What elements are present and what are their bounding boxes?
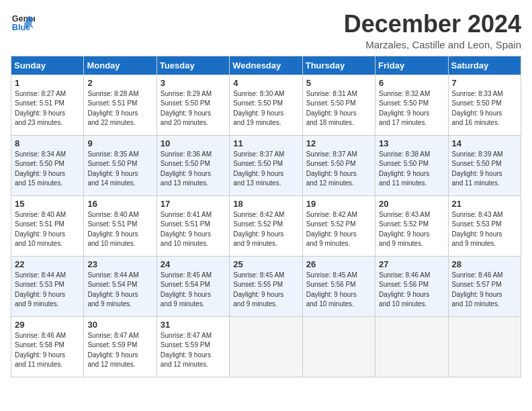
day-cell: 2Sunrise: 8:28 AM Sunset: 5:51 PM Daylig… xyxy=(84,75,157,135)
day-number: 31 xyxy=(161,320,226,330)
day-number: 21 xyxy=(452,199,517,209)
day-cell: 23Sunrise: 8:44 AM Sunset: 5:54 PM Dayli… xyxy=(84,256,157,316)
day-info: Sunrise: 8:34 AM Sunset: 5:50 PM Dayligh… xyxy=(15,150,80,189)
header-row: SundayMondayTuesdayWednesdayThursdayFrid… xyxy=(11,56,521,75)
day-info: Sunrise: 8:41 AM Sunset: 5:51 PM Dayligh… xyxy=(161,210,226,249)
day-number: 12 xyxy=(306,138,371,148)
day-number: 6 xyxy=(379,78,444,88)
day-number: 29 xyxy=(15,320,80,330)
day-number: 18 xyxy=(233,199,298,209)
day-cell: 21Sunrise: 8:43 AM Sunset: 5:53 PM Dayli… xyxy=(448,195,521,256)
day-info: Sunrise: 8:45 AM Sunset: 5:55 PM Dayligh… xyxy=(233,271,298,310)
day-cell: 9Sunrise: 8:35 AM Sunset: 5:50 PM Daylig… xyxy=(84,135,157,195)
day-info: Sunrise: 8:46 AM Sunset: 5:58 PM Dayligh… xyxy=(15,331,80,370)
day-info: Sunrise: 8:46 AM Sunset: 5:56 PM Dayligh… xyxy=(379,271,444,310)
header-cell-sunday: Sunday xyxy=(11,56,84,75)
day-cell: 8Sunrise: 8:34 AM Sunset: 5:50 PM Daylig… xyxy=(11,135,84,195)
logo-icon: General Blue xyxy=(11,11,35,35)
day-cell: 11Sunrise: 8:37 AM Sunset: 5:50 PM Dayli… xyxy=(230,135,302,195)
day-info: Sunrise: 8:44 AM Sunset: 5:53 PM Dayligh… xyxy=(15,271,80,310)
day-info: Sunrise: 8:40 AM Sunset: 5:51 PM Dayligh… xyxy=(15,210,80,249)
day-cell: 10Sunrise: 8:36 AM Sunset: 5:50 PM Dayli… xyxy=(157,135,229,195)
calendar-table: SundayMondayTuesdayWednesdayThursdayFrid… xyxy=(11,56,521,377)
day-number: 15 xyxy=(15,199,80,209)
day-number: 2 xyxy=(87,78,152,88)
day-info: Sunrise: 8:38 AM Sunset: 5:50 PM Dayligh… xyxy=(379,150,444,189)
day-cell xyxy=(230,316,302,377)
day-number: 1 xyxy=(15,78,80,88)
day-cell: 22Sunrise: 8:44 AM Sunset: 5:53 PM Dayli… xyxy=(11,256,84,316)
day-info: Sunrise: 8:36 AM Sunset: 5:50 PM Dayligh… xyxy=(161,150,226,189)
week-row-4: 22Sunrise: 8:44 AM Sunset: 5:53 PM Dayli… xyxy=(11,256,521,316)
day-cell: 27Sunrise: 8:46 AM Sunset: 5:56 PM Dayli… xyxy=(375,256,448,316)
day-info: Sunrise: 8:44 AM Sunset: 5:54 PM Dayligh… xyxy=(87,271,152,310)
day-cell: 24Sunrise: 8:45 AM Sunset: 5:54 PM Dayli… xyxy=(157,256,229,316)
day-cell: 3Sunrise: 8:29 AM Sunset: 5:50 PM Daylig… xyxy=(157,75,229,135)
day-info: Sunrise: 8:40 AM Sunset: 5:51 PM Dayligh… xyxy=(87,210,152,249)
day-info: Sunrise: 8:27 AM Sunset: 5:51 PM Dayligh… xyxy=(15,89,80,128)
day-number: 22 xyxy=(15,259,80,269)
day-number: 26 xyxy=(306,259,371,269)
day-cell: 7Sunrise: 8:33 AM Sunset: 5:50 PM Daylig… xyxy=(448,75,521,135)
day-info: Sunrise: 8:45 AM Sunset: 5:56 PM Dayligh… xyxy=(306,271,371,310)
day-cell xyxy=(375,316,448,377)
week-row-5: 29Sunrise: 8:46 AM Sunset: 5:58 PM Dayli… xyxy=(11,316,521,377)
calendar-subtitle: Marzales, Castille and Leon, Spain xyxy=(344,39,521,50)
calendar-title: December 2024 xyxy=(344,11,521,38)
day-info: Sunrise: 8:47 AM Sunset: 5:59 PM Dayligh… xyxy=(161,331,226,370)
day-number: 17 xyxy=(161,199,226,209)
day-number: 14 xyxy=(452,138,517,148)
day-info: Sunrise: 8:32 AM Sunset: 5:50 PM Dayligh… xyxy=(379,89,444,128)
day-number: 19 xyxy=(306,199,371,209)
day-cell: 28Sunrise: 8:46 AM Sunset: 5:57 PM Dayli… xyxy=(448,256,521,316)
day-cell: 31Sunrise: 8:47 AM Sunset: 5:59 PM Dayli… xyxy=(157,316,229,377)
day-cell: 5Sunrise: 8:31 AM Sunset: 5:50 PM Daylig… xyxy=(302,75,375,135)
day-number: 4 xyxy=(233,78,298,88)
logo: General Blue xyxy=(11,11,35,35)
day-cell xyxy=(448,316,521,377)
day-cell: 14Sunrise: 8:39 AM Sunset: 5:50 PM Dayli… xyxy=(448,135,521,195)
day-number: 3 xyxy=(161,78,226,88)
day-info: Sunrise: 8:46 AM Sunset: 5:57 PM Dayligh… xyxy=(452,271,517,310)
day-cell: 26Sunrise: 8:45 AM Sunset: 5:56 PM Dayli… xyxy=(302,256,375,316)
day-info: Sunrise: 8:31 AM Sunset: 5:50 PM Dayligh… xyxy=(306,89,371,128)
day-cell: 19Sunrise: 8:42 AM Sunset: 5:52 PM Dayli… xyxy=(302,195,375,256)
week-row-1: 1Sunrise: 8:27 AM Sunset: 5:51 PM Daylig… xyxy=(11,75,521,135)
day-cell: 25Sunrise: 8:45 AM Sunset: 5:55 PM Dayli… xyxy=(230,256,302,316)
day-info: Sunrise: 8:37 AM Sunset: 5:50 PM Dayligh… xyxy=(233,150,298,189)
day-number: 23 xyxy=(87,259,152,269)
day-cell: 20Sunrise: 8:43 AM Sunset: 5:52 PM Dayli… xyxy=(375,195,448,256)
day-cell xyxy=(302,316,375,377)
day-cell: 18Sunrise: 8:42 AM Sunset: 5:52 PM Dayli… xyxy=(230,195,302,256)
day-cell: 12Sunrise: 8:37 AM Sunset: 5:50 PM Dayli… xyxy=(302,135,375,195)
header-cell-friday: Friday xyxy=(375,56,448,75)
day-number: 28 xyxy=(452,259,517,269)
day-cell: 29Sunrise: 8:46 AM Sunset: 5:58 PM Dayli… xyxy=(11,316,84,377)
day-info: Sunrise: 8:39 AM Sunset: 5:50 PM Dayligh… xyxy=(452,150,517,189)
day-cell: 13Sunrise: 8:38 AM Sunset: 5:50 PM Dayli… xyxy=(375,135,448,195)
day-cell: 6Sunrise: 8:32 AM Sunset: 5:50 PM Daylig… xyxy=(375,75,448,135)
day-info: Sunrise: 8:43 AM Sunset: 5:53 PM Dayligh… xyxy=(452,210,517,249)
day-number: 25 xyxy=(233,259,298,269)
day-info: Sunrise: 8:35 AM Sunset: 5:50 PM Dayligh… xyxy=(87,150,152,189)
day-info: Sunrise: 8:33 AM Sunset: 5:50 PM Dayligh… xyxy=(452,89,517,128)
day-info: Sunrise: 8:42 AM Sunset: 5:52 PM Dayligh… xyxy=(233,210,298,249)
day-number: 27 xyxy=(379,259,444,269)
title-block: December 2024 Marzales, Castille and Leo… xyxy=(344,11,521,50)
header-cell-saturday: Saturday xyxy=(448,56,521,75)
day-cell: 1Sunrise: 8:27 AM Sunset: 5:51 PM Daylig… xyxy=(11,75,84,135)
day-number: 30 xyxy=(87,320,152,330)
day-number: 16 xyxy=(87,199,152,209)
header-cell-wednesday: Wednesday xyxy=(230,56,302,75)
page-header: General Blue December 2024 Marzales, Cas… xyxy=(11,11,521,50)
week-row-3: 15Sunrise: 8:40 AM Sunset: 5:51 PM Dayli… xyxy=(11,195,521,256)
day-cell: 15Sunrise: 8:40 AM Sunset: 5:51 PM Dayli… xyxy=(11,195,84,256)
day-info: Sunrise: 8:47 AM Sunset: 5:59 PM Dayligh… xyxy=(87,331,152,370)
week-row-2: 8Sunrise: 8:34 AM Sunset: 5:50 PM Daylig… xyxy=(11,135,521,195)
day-number: 5 xyxy=(306,78,371,88)
day-number: 11 xyxy=(233,138,298,148)
day-cell: 17Sunrise: 8:41 AM Sunset: 5:51 PM Dayli… xyxy=(157,195,229,256)
day-cell: 4Sunrise: 8:30 AM Sunset: 5:50 PM Daylig… xyxy=(230,75,302,135)
day-number: 13 xyxy=(379,138,444,148)
header-cell-monday: Monday xyxy=(84,56,157,75)
